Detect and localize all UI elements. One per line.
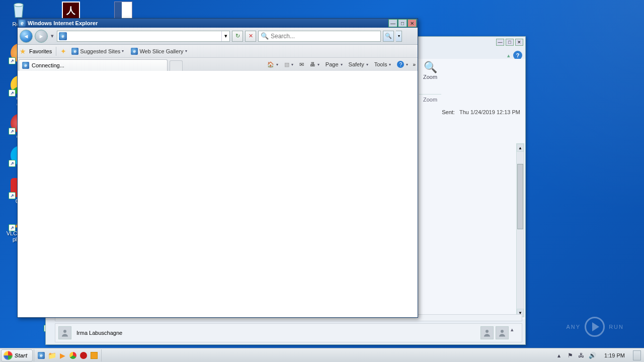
people-pane-collapse-button[interactable]: ▴ (511, 326, 519, 339)
back-button[interactable]: ◄ (20, 30, 33, 43)
outlook-help-icon[interactable]: ? (513, 51, 522, 60)
outlook-close-button[interactable]: ✕ (515, 39, 523, 46)
start-button[interactable]: Start (1, 349, 33, 361)
svg-point-4 (501, 330, 504, 333)
outlook-collapse-icon[interactable]: ▴ (507, 52, 510, 59)
page-menu[interactable]: Page▾ (323, 59, 345, 69)
flag-icon[interactable]: ⚑ (566, 351, 574, 359)
search-input[interactable] (271, 33, 380, 40)
outlook-window-controls: — □ ✕ (496, 39, 523, 46)
web-slice-gallery-link[interactable]: e Web Slice Gallery ▾ (129, 47, 189, 56)
play-icon (585, 317, 605, 337)
home-icon: 🏠 (267, 61, 274, 68)
outlook-sent-field: Sent: Thu 1/24/2019 12:13 PM (442, 109, 520, 115)
show-desktop-button[interactable] (633, 350, 641, 360)
address-bar: e ▾ (57, 31, 230, 42)
address-dropdown-button[interactable]: ▾ (221, 31, 229, 41)
system-tray: ▴ ⚑ 🖧 🔊 1:19 PM (552, 350, 644, 360)
outlook-zoom-button[interactable]: 🔍 Zoom (420, 61, 440, 80)
search-box: 🔍 (258, 31, 381, 42)
ie-icon: e (59, 32, 67, 40)
ie-content-area (18, 72, 417, 317)
tools-menu[interactable]: Tools▾ (372, 59, 394, 69)
read-mail-button[interactable]: ✉ (297, 59, 306, 69)
ie-tab-bar: e Connecting... 🏠▾ ▧▾ ✉ 🖶▾ Page▾ Safety▾… (18, 58, 418, 71)
forward-button[interactable]: ► (35, 30, 48, 43)
chrome-taskbar-icon[interactable] (68, 350, 78, 360)
ie-window-controls: — □ ✕ (388, 19, 417, 27)
network-icon[interactable]: 🖧 (577, 351, 585, 359)
feeds-button[interactable]: ▧▾ (282, 59, 296, 69)
help-icon: ? (397, 61, 404, 68)
scroll-up-button[interactable]: ▲ (517, 144, 524, 152)
opera-taskbar-icon[interactable] (78, 350, 89, 360)
home-button[interactable]: 🏠▾ (265, 59, 281, 69)
magnifier-icon: 🔍 (420, 61, 440, 74)
windows-orb-icon (4, 351, 13, 360)
outlook-help-area: ▴ ? (507, 51, 522, 60)
outlook-minimize-button[interactable]: — (496, 39, 504, 46)
tab-title: Connecting... (32, 62, 64, 68)
suggested-sites-link[interactable]: e Suggested Sites ▾ (69, 47, 126, 56)
safety-menu[interactable]: Safety▾ (346, 59, 371, 69)
app-taskbar-icon[interactable] (89, 350, 99, 360)
command-bar-overflow[interactable]: » (412, 62, 416, 67)
ie-titlebar[interactable]: Windows Internet Explorer — □ ✕ (18, 19, 418, 28)
outlook-zoom-group-label: Zoom (419, 94, 441, 103)
ie-window: Windows Internet Explorer — □ ✕ ◄ ► ▾ e … (17, 18, 418, 318)
search-icon: 🔍 (261, 32, 269, 40)
search-provider-dropdown[interactable]: ▾ (396, 31, 402, 42)
ie-close-button[interactable]: ✕ (408, 19, 417, 27)
explorer-taskbar-icon[interactable]: 📁 (47, 350, 57, 360)
outlook-reading-pane: 🔍 Zoom Zoom Sent: Thu 1/24/2019 12:13 PM… (418, 59, 525, 319)
address-input[interactable] (68, 33, 221, 40)
ie-maximize-button[interactable]: □ (398, 19, 407, 27)
ie-icon: e (71, 48, 78, 55)
wmp-taskbar-icon[interactable]: ▶ (57, 350, 67, 360)
help-button[interactable]: ?▾ (394, 59, 411, 69)
anyrun-watermark: ANY RUN (567, 317, 624, 337)
ie-nav-bar: ◄ ► ▾ e ▾ ↻ ✕ 🔍 🔍▾ (18, 28, 418, 45)
svg-point-0 (14, 3, 23, 7)
avatar-icon[interactable] (496, 326, 509, 339)
tray-expand-button[interactable]: ▴ (555, 351, 563, 359)
taskbar-clock[interactable]: 1:19 PM (599, 352, 630, 358)
search-go-button[interactable]: 🔍 (383, 31, 394, 42)
ie-icon (19, 20, 26, 27)
avatar-icon (58, 326, 71, 339)
avatar-icon[interactable] (480, 326, 494, 339)
ie-taskbar-icon[interactable]: e (36, 350, 46, 360)
new-tab-button[interactable] (170, 60, 183, 71)
svg-point-2 (63, 330, 66, 333)
ie-favorites-bar: ★ Favorites ✦ e Suggested Sites ▾ e Web … (18, 45, 418, 58)
rss-icon: ▧ (284, 61, 289, 68)
ie-command-bar: 🏠▾ ▧▾ ✉ 🖶▾ Page▾ Safety▾ Tools▾ ?▾ » (265, 59, 416, 69)
ie-icon: e (131, 48, 138, 55)
favorites-star-icon[interactable]: ★ (20, 47, 26, 55)
scroll-thumb[interactable] (517, 164, 523, 229)
ie-tab[interactable]: e Connecting... (19, 59, 168, 71)
volume-icon[interactable]: 🔊 (588, 351, 596, 359)
contact-name: Irma Labuschagne (76, 330, 122, 336)
add-favorites-icon[interactable]: ✦ (60, 47, 66, 55)
ie-minimize-button[interactable]: — (388, 19, 397, 27)
ie-title-text: Windows Internet Explorer (28, 20, 98, 26)
stop-button[interactable]: ✕ (245, 31, 256, 42)
favorites-label[interactable]: Favorites (29, 48, 52, 54)
taskbar: Start e 📁 ▶ ▴ ⚑ 🖧 🔊 1:19 PM (0, 348, 644, 362)
print-button[interactable]: 🖶▾ (307, 59, 322, 69)
desktop: Recy 人 Fir Go Ch Op Sk CCl VLC media pla… (0, 0, 644, 362)
outlook-scrollbar[interactable]: ▲ ▼ (516, 143, 524, 317)
mail-icon: ✉ (299, 61, 304, 68)
outlook-maximize-button[interactable]: □ (506, 39, 514, 46)
quick-launch: e 📁 ▶ (34, 349, 102, 361)
ie-icon: e (22, 62, 29, 69)
svg-point-3 (486, 330, 489, 333)
refresh-button[interactable]: ↻ (232, 31, 243, 42)
nav-history-dropdown[interactable]: ▾ (50, 30, 55, 43)
print-icon: 🖶 (310, 61, 315, 67)
outlook-people-pane: Irma Labuschagne ▴ (55, 323, 522, 342)
